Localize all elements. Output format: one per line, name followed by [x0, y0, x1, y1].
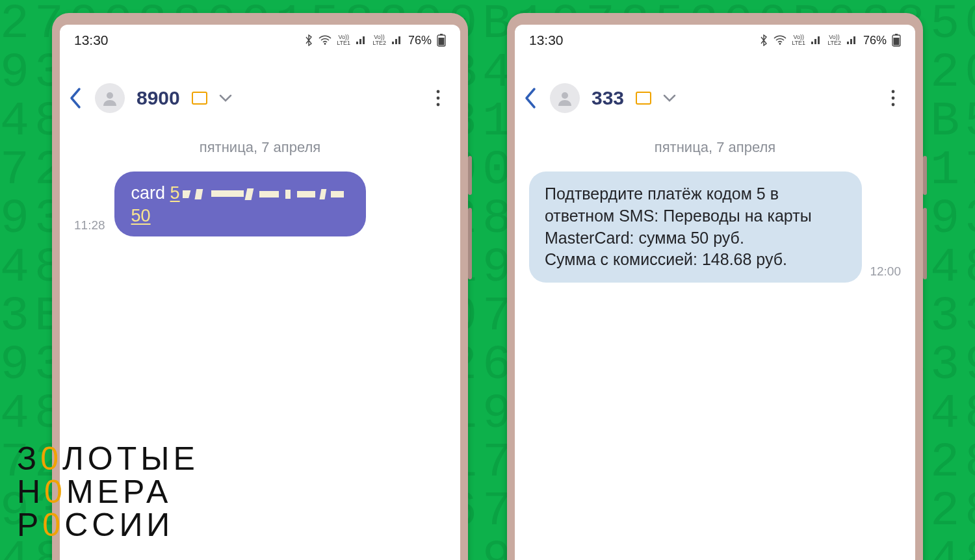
msg-link-part2: 50: [131, 206, 151, 225]
svg-rect-15: [319, 189, 326, 199]
sim-icon: [192, 92, 207, 105]
msg-text: card: [131, 183, 170, 203]
battery-icon: [892, 34, 901, 47]
message-time: 11:28: [74, 218, 105, 233]
signal1-icon: [356, 36, 367, 45]
volte2-icon: Vo))LTE2: [827, 34, 841, 46]
signal2-icon: [846, 36, 858, 45]
volte1-icon: Vo))LTE1: [792, 34, 805, 46]
svg-point-7: [437, 103, 440, 107]
svg-point-22: [892, 90, 895, 94]
battery-text: 76%: [408, 34, 432, 47]
phone-side-button: [468, 156, 472, 195]
phone-right: 13:30 Vo))LTE1 Vo))LTE2 76% 333: [507, 13, 923, 560]
sender-number[interactable]: 333: [592, 87, 624, 109]
signal1-icon: [811, 36, 822, 45]
more-menu-button[interactable]: [890, 89, 902, 107]
bluetooth-icon: [304, 34, 313, 46]
status-time: 13:30: [74, 32, 109, 48]
more-menu-button[interactable]: [436, 89, 447, 107]
svg-point-21: [562, 92, 568, 99]
svg-rect-3: [439, 38, 445, 45]
svg-rect-11: [244, 188, 254, 200]
svg-rect-16: [331, 191, 344, 197]
svg-point-6: [437, 97, 440, 100]
svg-point-23: [892, 97, 895, 100]
message-bubble-outgoing[interactable]: card 550: [114, 172, 366, 236]
phone-side-button: [923, 156, 927, 195]
date-label: пятница, 7 апреля: [60, 127, 460, 172]
conversation-header: 8900: [60, 56, 460, 127]
signal2-icon: [391, 36, 403, 45]
message-time: 12:00: [870, 264, 901, 279]
svg-rect-2: [440, 34, 443, 35]
status-bar: 13:30 Vo))LTE1 Vo))LTE2 76%: [60, 25, 460, 56]
battery-icon: [437, 34, 446, 47]
svg-rect-9: [194, 189, 203, 199]
volte2-icon: Vo))LTE2: [372, 34, 386, 46]
redacted-card-number: [183, 186, 345, 202]
sim-icon: [636, 92, 651, 105]
battery-text: 76%: [863, 34, 887, 47]
chevron-down-icon[interactable]: [219, 94, 232, 103]
svg-rect-14: [297, 191, 315, 197]
volte1-icon: Vo))LTE1: [337, 34, 350, 46]
svg-rect-13: [285, 190, 291, 199]
svg-rect-10: [211, 190, 244, 197]
svg-point-17: [779, 43, 781, 45]
date-label: пятница, 7 апреля: [515, 127, 915, 172]
status-right: Vo))LTE1 Vo))LTE2 76%: [304, 34, 446, 47]
msg-link-part1: 5: [170, 183, 180, 203]
back-button[interactable]: [524, 87, 538, 109]
phone-side-button: [468, 208, 472, 279]
svg-rect-19: [895, 34, 898, 35]
message-bubble-incoming[interactable]: Подтвердите платёж кодом 5 в ответном SM…: [529, 172, 862, 283]
phone-side-button: [923, 208, 927, 279]
svg-point-24: [892, 103, 895, 107]
sender-number[interactable]: 8900: [136, 87, 180, 109]
svg-rect-12: [259, 191, 279, 197]
svg-point-0: [324, 43, 326, 45]
svg-rect-8: [183, 190, 190, 198]
back-button[interactable]: [69, 87, 83, 109]
message-row-incoming: Подтвердите платёж кодом 5 в ответном SM…: [515, 172, 915, 283]
avatar[interactable]: [550, 83, 580, 113]
svg-point-5: [437, 90, 440, 94]
svg-point-4: [107, 92, 113, 99]
message-row-outgoing: 11:28 card 550: [60, 172, 460, 236]
screen-right: 13:30 Vo))LTE1 Vo))LTE2 76% 333: [515, 25, 915, 560]
conversation-header: 333: [515, 56, 915, 127]
avatar[interactable]: [95, 83, 125, 113]
brand-logo: З0ЛОТЫЕ Н0МЕРА Р0ССИИ: [17, 442, 199, 542]
stage: 27003800158300В19725300В0385079725 93128…: [0, 0, 975, 560]
chevron-down-icon[interactable]: [663, 94, 676, 103]
status-bar: 13:30 Vo))LTE1 Vo))LTE2 76%: [515, 25, 915, 56]
wifi-icon: [774, 35, 786, 45]
wifi-icon: [318, 35, 332, 45]
status-right: Vo))LTE1 Vo))LTE2 76%: [759, 34, 901, 47]
bluetooth-icon: [759, 34, 768, 46]
svg-rect-20: [894, 38, 900, 45]
status-time: 13:30: [529, 32, 564, 48]
